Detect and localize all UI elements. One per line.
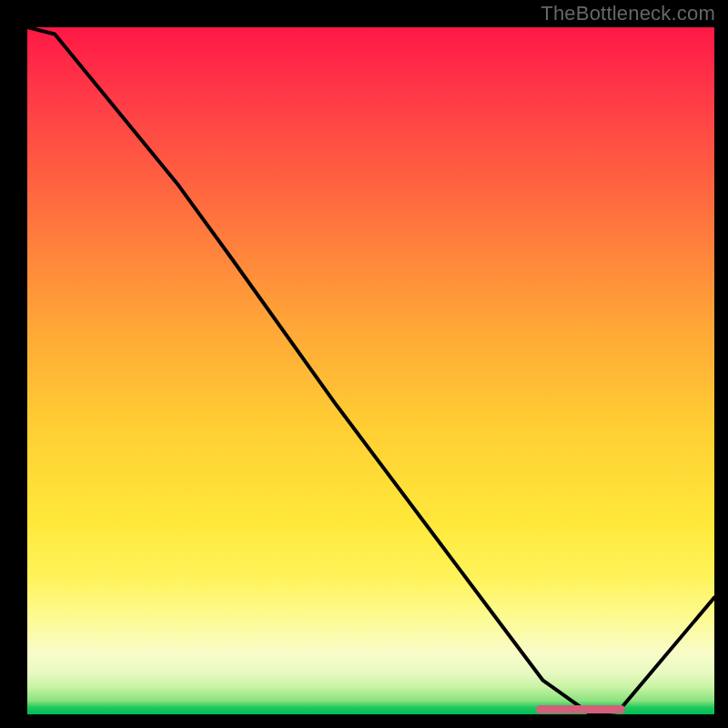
line-chart — [27, 27, 714, 714]
optimal-range-marker — [536, 705, 625, 713]
chart-frame: TheBottleneck.com — [0, 0, 728, 728]
watermark-text: TheBottleneck.com — [541, 2, 715, 25]
plot-area — [27, 27, 714, 714]
series-line — [27, 27, 714, 714]
